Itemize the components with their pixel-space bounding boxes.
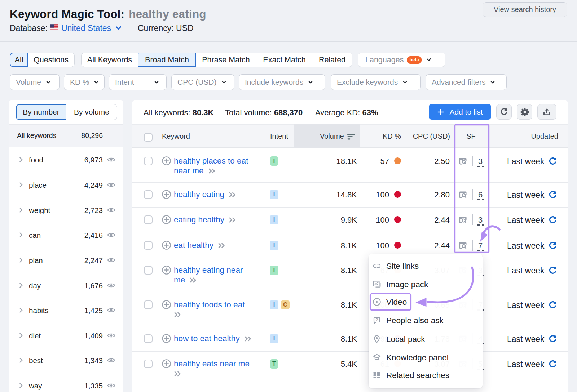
svg-text:?: ? — [375, 318, 378, 322]
